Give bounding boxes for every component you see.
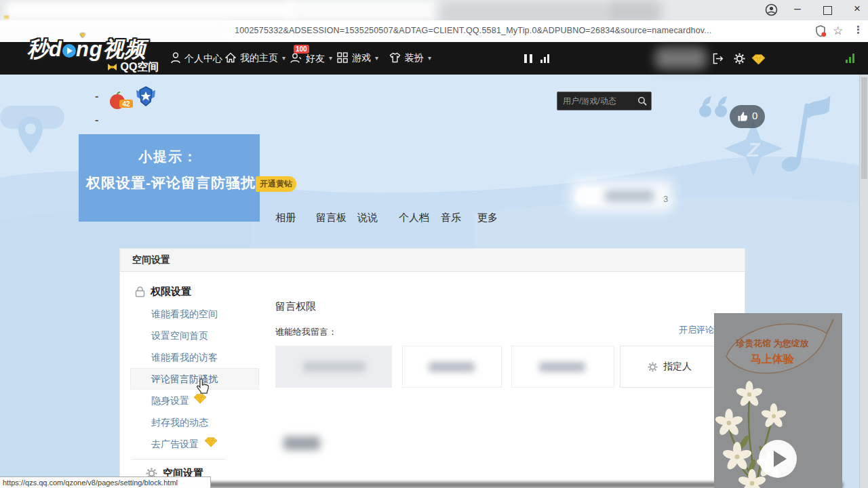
tab-message-board[interactable]: 留言板 <box>316 211 347 224</box>
sidebar-item-invisible-setting[interactable]: 隐身设置 <box>151 395 189 407</box>
nav-label: 个人中心 <box>184 53 222 64</box>
chevron-down-icon: ▾ <box>375 54 378 62</box>
ad-cta-text[interactable]: 马上体验 <box>714 352 831 367</box>
pin-decoration-icon <box>18 117 43 156</box>
blurred-nickname-text <box>605 190 654 202</box>
deco-z-letter: Z <box>747 138 761 161</box>
nav-label: 我的主页 <box>240 52 278 63</box>
bow-icon <box>107 63 117 71</box>
bookmark-star-icon[interactable]: ☆ <box>833 24 843 38</box>
sidebar-item-remove-ads[interactable]: 去广告设置 <box>151 439 199 451</box>
nav-item-dress-up[interactable]: 装扮 ▾ <box>389 52 431 63</box>
pause-icon[interactable] <box>524 54 532 63</box>
games-grid-icon <box>337 52 348 63</box>
settings-panel: 空间设置 权限设置 谁能看我的空间 设置空间首页 谁能看我的访客 评论留言防骚扰… <box>119 248 745 488</box>
who-can-message-label: 谁能给我留言： <box>275 326 337 338</box>
tab-shuoshuo[interactable]: 说说 <box>357 211 378 224</box>
tab-albums[interactable]: 相册 <box>275 211 296 224</box>
nav-label: 游戏 <box>352 52 371 63</box>
chevron-down-icon: ▾ <box>282 54 285 62</box>
like-count: 0 <box>752 110 757 121</box>
sidebar-item-homepage-setting[interactable]: 设置空间首页 <box>151 330 208 342</box>
scrollbar-thumb[interactable] <box>861 77 867 179</box>
blurred-option-text <box>429 362 475 372</box>
gear-icon[interactable] <box>734 53 745 67</box>
window-titlebar: – × <box>0 0 868 20</box>
blurred-option-text <box>303 361 366 372</box>
search-icon[interactable] <box>637 96 647 106</box>
url-text: 1002575332&ADSESSION=1535250507&ADTAG=CL… <box>235 26 785 35</box>
blurred-username <box>655 47 707 69</box>
specify-person-button[interactable]: 指定人 <box>620 346 719 388</box>
hand-cursor-icon <box>195 377 211 399</box>
specify-gear-icon <box>648 362 658 372</box>
watermark-subtitle: QQ空间 <box>107 60 159 75</box>
sidebar-item-who-can-see-visitors[interactable]: 谁能看我的访客 <box>151 352 218 364</box>
blurred-small-text <box>283 436 320 450</box>
friends-count-badge: 100 <box>294 45 309 54</box>
like-button[interactable]: 0 <box>730 105 765 128</box>
shield-badge-icon[interactable] <box>815 25 827 40</box>
dress-up-shirt-icon <box>389 52 401 63</box>
apple-badge-icon[interactable]: 42 <box>109 92 135 113</box>
enable-comment-link[interactable]: 开启评论 <box>679 324 714 336</box>
sidebar-item-archive-feeds[interactable]: 封存我的动态 <box>151 417 208 429</box>
restore-button[interactable] <box>823 6 832 15</box>
open-yellow-diamond-button[interactable]: 开通黄钻 <box>256 176 296 192</box>
nav-label: 好友 <box>306 53 325 64</box>
search-box <box>557 92 652 110</box>
nav-item-friends[interactable]: 好友 ▾ <box>290 52 332 64</box>
scrollbar-track[interactable] <box>859 42 868 488</box>
heart-accent-icon: ♥ <box>80 30 85 40</box>
home-icon <box>225 52 236 63</box>
friends-icon <box>290 52 302 64</box>
tab-music[interactable]: 音乐 <box>441 211 461 224</box>
sidebar-group-permissions[interactable]: 权限设置 <box>135 285 191 298</box>
search-input[interactable] <box>561 94 635 108</box>
nav-item-games[interactable]: 游戏 ▾ <box>337 52 378 63</box>
ad-play-button[interactable] <box>759 440 797 478</box>
dash-text: - <box>95 90 98 102</box>
panel-title: 空间设置 <box>132 254 170 266</box>
status-url: https://qzs.qq.com/qzone/v8/pages/settin… <box>3 479 178 487</box>
tip-overlay-box: 小提示： 权限设置-评论留言防骚扰 <box>79 134 260 222</box>
music-note-decoration-icon <box>781 94 833 174</box>
permission-option-2[interactable] <box>402 346 502 388</box>
nav-item-my-homepage[interactable]: 我的主页 ▾ <box>225 52 285 63</box>
qzone-star-decoration: Z <box>724 121 783 176</box>
sidebar-divider <box>131 459 226 460</box>
badge-count-text: 42 <box>122 100 130 108</box>
faint-character: 3 <box>663 194 668 204</box>
watermark-text: 秒dng视频 <box>27 37 146 61</box>
close-button[interactable]: × <box>848 1 866 18</box>
tab-favicon-dot <box>4 16 9 19</box>
permission-option-1[interactable] <box>275 346 392 388</box>
stats-bars-icon[interactable] <box>540 54 549 63</box>
thumbs-up-icon <box>737 111 748 122</box>
specify-person-label: 指定人 <box>663 361 692 373</box>
profile-avatar-icon[interactable] <box>765 3 778 19</box>
tab-more[interactable]: 更多 <box>477 211 498 224</box>
wing-badge-icon[interactable] <box>134 84 158 111</box>
tab-profile[interactable]: 个人档 <box>399 211 429 224</box>
play-logo-icon <box>62 44 76 58</box>
logout-icon[interactable] <box>712 53 724 67</box>
ad-overlay[interactable]: 珍贵花馆 为您绽放 马上体验 <box>714 313 842 488</box>
lock-icon <box>135 286 145 298</box>
ad-text-line1: 珍贵花馆 为您绽放 <box>714 338 831 350</box>
overflow-menu-icon[interactable]: ⋮ <box>853 24 863 36</box>
chevron-down-icon: ▾ <box>329 54 332 62</box>
diamond-icon <box>204 437 218 447</box>
minimize-button[interactable]: – <box>789 1 806 18</box>
sidebar-group-label: 权限设置 <box>151 285 191 298</box>
yellow-diamond-icon[interactable] <box>751 54 766 68</box>
tip-line2: 权限设置-评论留言防骚扰 <box>86 174 256 192</box>
signal-bars-icon <box>846 54 854 63</box>
permission-option-3[interactable] <box>511 346 614 388</box>
screen: – × 1002575332&ADSESSION=1535250507&ADTA… <box>0 0 868 488</box>
quote-decoration-icon <box>698 96 728 119</box>
tip-line1: 小提示： <box>138 148 198 166</box>
sidebar-item-who-can-see-space[interactable]: 谁能看我的空间 <box>151 308 218 321</box>
nav-label: 装扮 <box>405 52 424 63</box>
video-watermark-logo: 秒dng视频 ♥ QQ空间 <box>27 35 183 75</box>
